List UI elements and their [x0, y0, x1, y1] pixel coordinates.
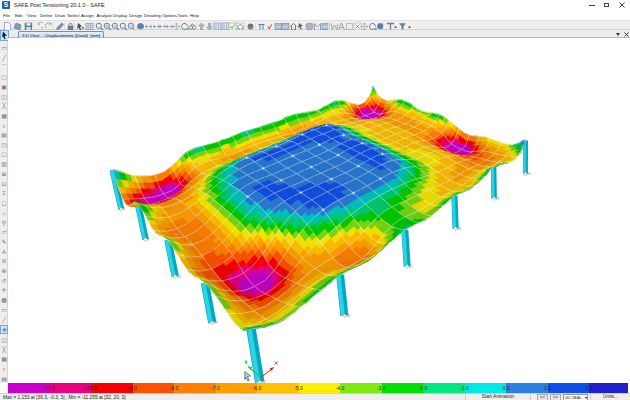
- svg-text:28: 28: [458, 227, 462, 231]
- svg-text:30: 30: [527, 172, 531, 176]
- svg-text:1: 1: [123, 207, 125, 211]
- svg-text:19: 19: [214, 321, 218, 325]
- svg-text:26: 26: [346, 314, 350, 318]
- svg-text:27: 27: [409, 265, 413, 269]
- svg-text:13: 13: [177, 275, 181, 279]
- svg-text:7: 7: [148, 238, 150, 242]
- svg-text:29: 29: [496, 197, 500, 201]
